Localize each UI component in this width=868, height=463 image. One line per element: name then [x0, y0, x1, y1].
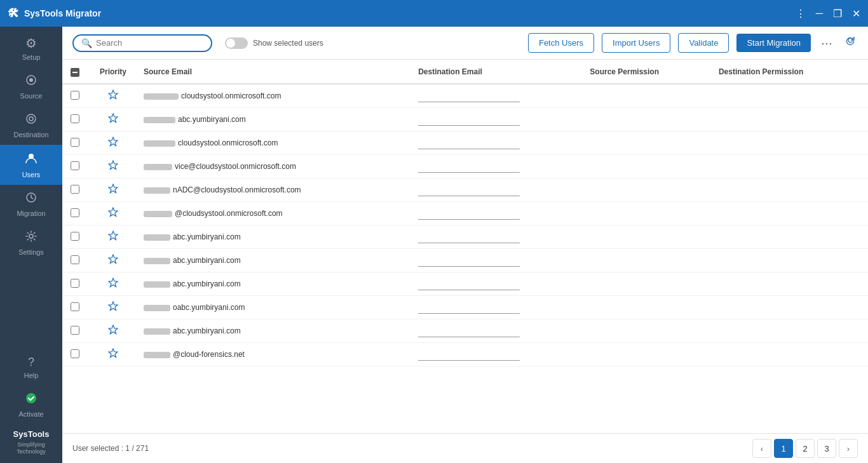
- row-source-email-cell: abc.yumbiryani.com: [139, 108, 413, 131]
- star-icon[interactable]: [108, 185, 118, 196]
- titlebar: 🛠 SysTools Migrator ⋮ ─ ❐ ✕: [0, 0, 868, 27]
- email-blurred-part: [144, 328, 170, 335]
- row-source-permission-cell: [585, 296, 714, 319]
- minimize-icon[interactable]: ─: [816, 8, 823, 19]
- row-checkbox[interactable]: [71, 208, 79, 217]
- destination-email-input[interactable]: [418, 114, 520, 126]
- pagination-next[interactable]: ›: [839, 439, 858, 458]
- close-icon[interactable]: ✕: [852, 8, 860, 20]
- row-destination-email-cell: [413, 272, 585, 296]
- row-priority-cell: [88, 108, 139, 131]
- titlebar-controls: ⋮ ─ ❐ ✕: [796, 8, 860, 20]
- star-icon[interactable]: [108, 255, 118, 266]
- email-text-part: abc.yumbiryani.com: [178, 115, 246, 124]
- email-text-part: vice@cloudsystool.onmicrosoft.com: [175, 162, 296, 171]
- pagination-page-2[interactable]: 2: [796, 439, 815, 458]
- row-checkbox[interactable]: [71, 138, 79, 147]
- users-icon: [24, 151, 38, 168]
- destination-email-input[interactable]: [418, 231, 520, 243]
- star-icon[interactable]: [108, 161, 118, 172]
- sidebar-item-users[interactable]: Users: [0, 145, 62, 185]
- star-icon[interactable]: [108, 279, 118, 290]
- table-row: oabc.yumbiryani.com: [62, 296, 868, 319]
- star-icon[interactable]: [108, 114, 118, 125]
- refresh-button[interactable]: [843, 34, 858, 52]
- row-source-permission-cell: [585, 84, 714, 108]
- row-checkbox[interactable]: [71, 349, 79, 358]
- row-priority-cell: [88, 225, 139, 249]
- row-destination-permission-cell: [714, 178, 868, 202]
- content-area: 🔍 Show selected users Fetch Users Import…: [62, 27, 868, 463]
- destination-email-input[interactable]: [418, 278, 520, 290]
- row-checkbox[interactable]: [71, 255, 79, 264]
- row-destination-email-cell: [413, 225, 585, 249]
- row-source-email-cell: @cloudsystool.onmicrosoft.com: [139, 202, 413, 225]
- destination-email-input[interactable]: [418, 349, 520, 361]
- star-icon[interactable]: [108, 232, 118, 243]
- email-blurred-part: [144, 140, 175, 147]
- destination-email-input[interactable]: [418, 137, 520, 149]
- show-selected-toggle[interactable]: [225, 37, 248, 49]
- row-priority-cell: [88, 84, 139, 108]
- sidebar-item-destination[interactable]: Destination: [0, 106, 62, 145]
- row-checkbox[interactable]: [71, 161, 79, 170]
- pagination-prev[interactable]: ‹: [752, 439, 771, 458]
- more-icon[interactable]: ⋮: [796, 8, 806, 20]
- validate-button[interactable]: Validate: [678, 33, 729, 53]
- row-destination-permission-cell: [714, 202, 868, 225]
- header-destination-permission: Destination Permission: [714, 60, 868, 84]
- destination-email-input[interactable]: [418, 302, 520, 314]
- row-checkbox[interactable]: [71, 326, 79, 335]
- fetch-users-button[interactable]: Fetch Users: [528, 33, 594, 53]
- row-source-permission-cell: [585, 178, 714, 202]
- header-checkbox-col: [62, 60, 88, 84]
- row-checkbox[interactable]: [71, 232, 79, 241]
- row-destination-permission-cell: [714, 225, 868, 249]
- row-checkbox-cell: [62, 155, 88, 178]
- search-input[interactable]: [96, 38, 198, 48]
- more-options-button[interactable]: ⋯: [818, 34, 835, 53]
- pagination-page-1[interactable]: 1: [774, 439, 793, 458]
- pagination-page-3[interactable]: 3: [817, 439, 836, 458]
- row-source-email-cell: abc.yumbiryani.com: [139, 225, 413, 249]
- row-checkbox[interactable]: [71, 302, 79, 311]
- row-checkbox[interactable]: [71, 91, 79, 100]
- sidebar-item-settings[interactable]: Settings: [0, 224, 62, 262]
- setup-icon: ⚙: [25, 36, 37, 51]
- destination-email-input[interactable]: [418, 325, 520, 337]
- sidebar-item-migration[interactable]: Migration: [0, 185, 62, 224]
- destination-email-input[interactable]: [418, 184, 520, 196]
- sidebar-item-source[interactable]: Source: [0, 67, 62, 106]
- star-icon[interactable]: [108, 349, 118, 360]
- table-row: cloudsystool.onmicrosoft.com: [62, 131, 868, 155]
- row-source-email-cell: abc.yumbiryani.com: [139, 249, 413, 272]
- row-destination-email-cell: [413, 178, 585, 202]
- sidebar-item-activate[interactable]: Activate: [0, 386, 62, 424]
- toggle-label: Show selected users: [253, 39, 323, 48]
- sidebar-item-setup[interactable]: ⚙ Setup: [0, 29, 62, 67]
- row-checkbox[interactable]: [71, 279, 79, 288]
- star-icon[interactable]: [108, 138, 118, 149]
- email-blurred-part: [144, 117, 175, 123]
- header-checkbox[interactable]: [71, 68, 79, 77]
- destination-email-input[interactable]: [418, 255, 520, 267]
- maximize-icon[interactable]: ❐: [833, 8, 842, 20]
- logo-sub: Simplifying Technology: [3, 441, 60, 455]
- star-icon[interactable]: [108, 302, 118, 313]
- star-icon[interactable]: [108, 326, 118, 337]
- sidebar-item-help[interactable]: ? Help: [0, 349, 62, 386]
- sidebar-item-label: Source: [20, 92, 43, 100]
- import-users-button[interactable]: Import Users: [602, 33, 670, 53]
- destination-email-input[interactable]: [418, 208, 520, 220]
- email-blurred-part: [144, 352, 170, 358]
- email-text-part: @cloudsystool.onmicrosoft.com: [175, 209, 283, 218]
- row-checkbox[interactable]: [71, 185, 79, 194]
- star-icon[interactable]: [108, 208, 118, 219]
- start-migration-button[interactable]: Start Migration: [736, 34, 811, 52]
- row-checkbox[interactable]: [71, 114, 79, 123]
- row-destination-email-cell: [413, 296, 585, 319]
- show-selected-toggle-container: Show selected users: [225, 37, 323, 49]
- star-icon[interactable]: [108, 91, 118, 102]
- destination-email-input[interactable]: [418, 161, 520, 173]
- destination-email-input[interactable]: [418, 90, 520, 102]
